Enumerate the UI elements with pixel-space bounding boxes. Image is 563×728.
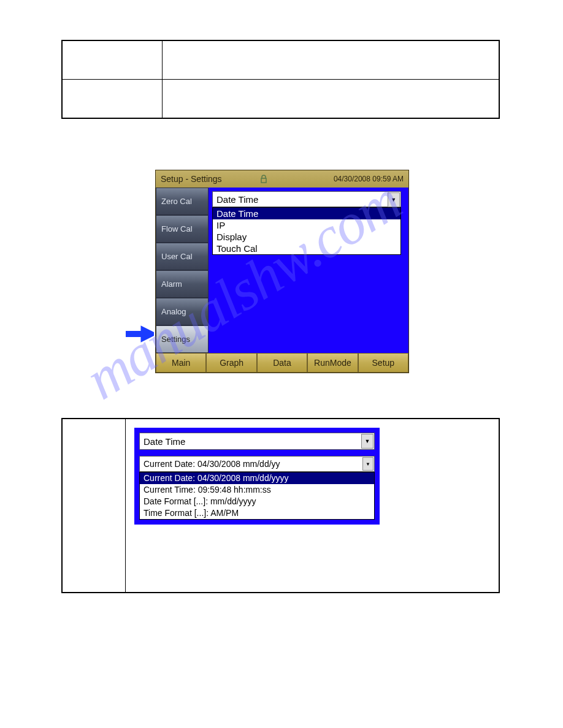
datetime-dropdown[interactable]: Date Time ▼ [139,433,375,450]
tab-setup[interactable]: Setup [358,353,408,373]
side-tab-settings[interactable]: Settings [156,325,209,353]
table-cell [62,80,163,119]
lock-icon [260,175,267,183]
table-cell [62,40,163,80]
chevron-down-icon[interactable]: ▼ [361,434,373,449]
tab-graph[interactable]: Graph [206,353,256,373]
dropdown-option-date-time[interactable]: Date Time [213,208,400,219]
dropdown-option-display[interactable]: Display [213,231,400,243]
dropdown-option-ip[interactable]: IP [213,219,400,231]
table-cell [163,40,500,80]
option-current-time[interactable]: Current Time: 09:59:48 hh:mm:ss [140,484,374,496]
device-screen: Setup - Settings 04/30/2008 09:59 AM Zer… [155,170,409,373]
settings-dropdown[interactable]: Date Time ▼ [212,191,401,207]
side-tab-analog[interactable]: Analog [156,298,209,325]
field-value: Current Date: 04/30/2008 mm/dd/yy [144,459,280,469]
top-table [61,40,500,119]
table-cell [62,419,126,593]
main-area: Date Time ▼ Date Time IP Display Touch C… [209,188,408,353]
svg-rect-1 [126,331,143,337]
screen-title: Setup - Settings [161,174,222,184]
option-current-date[interactable]: Current Date: 04/30/2008 mm/dd/yyyy [140,472,374,484]
settings-dropdown-list: Date Time IP Display Touch Cal [212,207,401,255]
table-cell [163,80,500,119]
tab-data[interactable]: Data [257,353,307,373]
option-date-format[interactable]: Date Format [...]: mm/dd/yyyy [140,496,374,507]
dropdown-option-touch-cal[interactable]: Touch Cal [213,243,400,254]
side-tab-user-cal[interactable]: User Cal [156,243,209,270]
arrow-icon [124,325,154,345]
datetime-options-list: Current Date: 04/30/2008 mm/dd/yyyy Curr… [139,472,375,520]
dropdown-value: Date Time [216,194,258,205]
chevron-down-icon[interactable]: ▼ [362,457,373,471]
dropdown-value: Date Time [144,436,185,447]
tab-main[interactable]: Main [156,353,206,373]
table-cell: Date Time ▼ Current Date: 04/30/2008 mm/… [126,419,500,593]
title-bar: Setup - Settings 04/30/2008 09:59 AM [156,170,408,188]
current-value-field[interactable]: Current Date: 04/30/2008 mm/dd/yy ▼ [139,456,375,472]
side-tabs: Zero Cal Flow Cal User Cal Alarm Analog … [156,188,209,353]
side-tab-flow-cal[interactable]: Flow Cal [156,215,209,243]
tab-runmode[interactable]: RunMode [307,353,358,373]
option-time-format[interactable]: Time Format [...]: AM/PM [140,507,374,519]
bottom-tabs: Main Graph Data RunMode Setup [156,353,408,373]
side-tab-alarm[interactable]: Alarm [156,270,209,298]
datetime-panel: Date Time ▼ Current Date: 04/30/2008 mm/… [134,428,380,525]
side-tab-zero-cal[interactable]: Zero Cal [156,188,209,215]
screen-timestamp: 04/30/2008 09:59 AM [334,175,404,183]
lower-table: Date Time ▼ Current Date: 04/30/2008 mm/… [61,418,500,593]
chevron-down-icon[interactable]: ▼ [388,192,400,207]
